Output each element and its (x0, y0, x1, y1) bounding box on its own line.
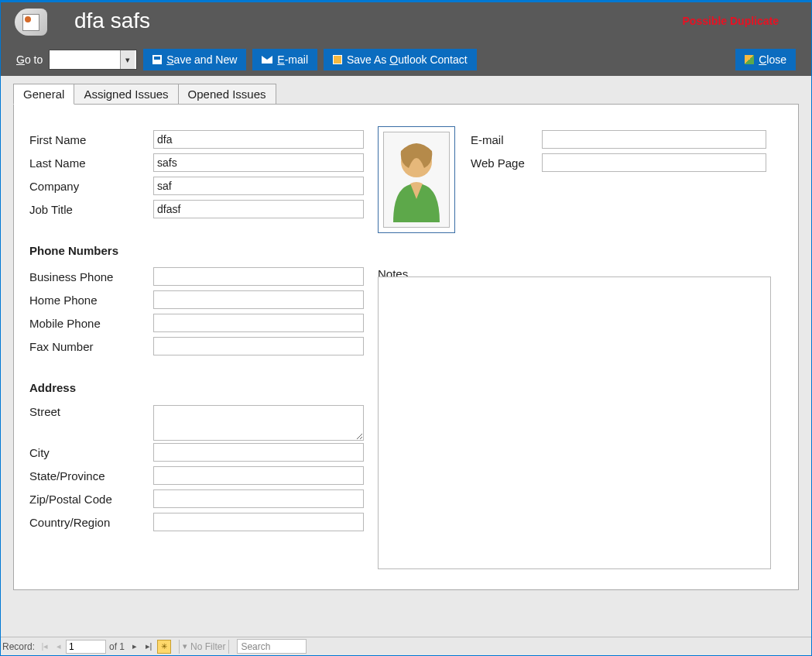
home-phone-input[interactable] (153, 290, 364, 309)
close-icon (745, 55, 754, 64)
street-input[interactable] (153, 405, 364, 441)
content-area: General Assigned Issues Opened Issues Fi… (1, 76, 811, 637)
first-name-label: First Name (29, 133, 153, 146)
first-name-input[interactable] (153, 130, 364, 149)
phone-section-heading: Phone Numbers (29, 244, 379, 257)
home-phone-label: Home Phone (29, 294, 153, 307)
notes-input[interactable] (378, 276, 771, 569)
nav-last-button[interactable]: ▸| (142, 640, 156, 654)
goto-label: Go to (16, 53, 43, 66)
close-button[interactable]: Close (735, 49, 796, 70)
toolbar: Go to Save and New E-mail Save As Outloo… (16, 49, 796, 70)
job-title-input[interactable] (153, 200, 364, 218)
street-label: Street (29, 405, 153, 418)
outlook-icon (333, 55, 342, 64)
header-bar: dfa safs Possible Duplicate Go to Save a… (1, 1, 811, 76)
mobile-phone-input[interactable] (153, 314, 364, 332)
avatar[interactable] (378, 126, 455, 233)
page-title: dfa safs (74, 9, 150, 33)
nav-new-record-button[interactable]: ✳ (157, 640, 171, 654)
nav-next-button[interactable]: ▸ (128, 640, 142, 654)
filter-indicator[interactable]: ▾ No Filter (183, 641, 225, 652)
web-page-input[interactable] (542, 153, 766, 172)
save-and-new-button[interactable]: Save and New (143, 49, 246, 70)
status-bar: Record: |◂ ◂ of 1 ▸ ▸| ✳ ▾ No Filter (1, 637, 811, 655)
zip-label: Zip/Postal Code (29, 493, 153, 506)
fax-number-input[interactable] (153, 337, 364, 355)
email-input[interactable] (542, 130, 766, 149)
state-label: State/Province (29, 469, 153, 483)
record-number-input[interactable] (66, 640, 106, 654)
record-of-text: of 1 (109, 641, 125, 652)
goto-select[interactable] (49, 50, 137, 70)
company-input[interactable] (153, 177, 364, 195)
save-icon (152, 55, 162, 64)
address-section-heading: Address (29, 381, 379, 394)
contact-icon (15, 9, 47, 36)
last-name-input[interactable] (153, 153, 364, 172)
web-page-label: Web Page (471, 156, 542, 170)
city-label: City (29, 446, 153, 459)
email-button[interactable]: E-mail (252, 49, 317, 70)
fax-number-label: Fax Number (29, 340, 153, 353)
tab-assigned-issues[interactable]: Assigned Issues (74, 84, 178, 105)
search-input[interactable] (237, 639, 307, 654)
tab-opened-issues[interactable]: Opened Issues (178, 84, 276, 105)
company-label: Company (29, 180, 153, 193)
record-label: Record: (2, 641, 35, 652)
duplicate-warning: Possible Duplicate (683, 15, 779, 27)
business-phone-label: Business Phone (29, 270, 153, 283)
panel-general: First Name Last Name Company Job Title P… (13, 104, 799, 590)
nav-first-button[interactable]: |◂ (38, 640, 52, 654)
country-input[interactable] (153, 513, 364, 531)
job-title-label: Job Title (29, 203, 153, 216)
filter-icon: ▾ (183, 641, 187, 651)
zip-input[interactable] (153, 489, 364, 508)
tab-strip: General Assigned Issues Opened Issues (13, 84, 799, 105)
state-input[interactable] (153, 466, 364, 485)
last-name-label: Last Name (29, 156, 153, 170)
save-as-outlook-button[interactable]: Save As Outlook Contact (324, 49, 477, 70)
city-input[interactable] (153, 443, 364, 462)
mobile-phone-label: Mobile Phone (29, 317, 153, 330)
person-icon (385, 137, 447, 222)
nav-prev-button[interactable]: ◂ (52, 640, 66, 654)
email-label: E-mail (471, 133, 542, 146)
country-label: Country/Region (29, 516, 153, 529)
business-phone-input[interactable] (153, 267, 364, 286)
mail-icon (262, 56, 272, 64)
tab-general[interactable]: General (13, 84, 74, 105)
